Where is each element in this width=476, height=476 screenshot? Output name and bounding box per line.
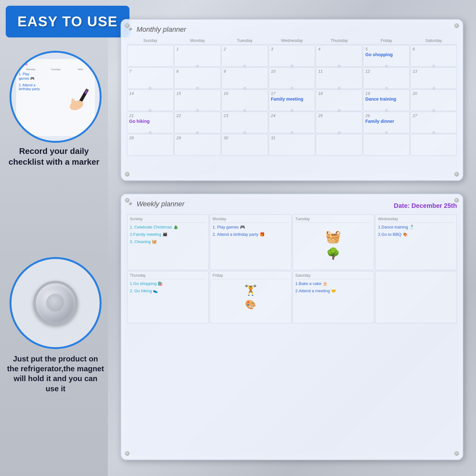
weekly-planner-board: ✦ Weekly planner Date: December 25th Sun…: [121, 194, 463, 460]
weekly-cell-saturday: Saturday 1.Bake a cake 🎂 2.Attend a meet…: [293, 271, 374, 323]
barbell-icon: 🏋️: [244, 284, 257, 296]
cal-cell-30: 30: [221, 134, 268, 155]
weekly-screw-tr: [454, 198, 459, 202]
cal-cell-empty2: [316, 134, 362, 155]
cal-cell-2: 2: [221, 45, 268, 67]
weekly-cell-extra: [375, 271, 457, 323]
weekly-top-grid: Sunday 1. Celebrate Christmas 🎄 2.Family…: [127, 215, 457, 270]
caption-marker: Record your daily checklist with a marke…: [6, 146, 102, 168]
cal-cell-22: 22: [174, 112, 221, 133]
event-family-meeting: Family meeting: [271, 96, 313, 102]
weekly-header-thursday: Thursday: [130, 273, 206, 279]
mini-cal-date: Date: [19, 62, 92, 66]
marker-circle-inset: Date Monday Tuesday Wed 1. Play games 🎮 …: [10, 51, 102, 143]
weekly-cell-tuesday: Tuesday 🧺 🌳: [293, 215, 374, 270]
weekly-header-friday: Friday: [213, 273, 289, 279]
weekly-cell-thursday: Thursday 1.Go shopping 🛍️ 2. Go hiking 👟: [127, 271, 209, 323]
tree-icon: 🌳: [326, 247, 340, 260]
cal-cell-8: 8: [174, 67, 221, 89]
cal-cell-1: 1: [174, 45, 221, 67]
screw-bottom-right: [454, 172, 459, 176]
cal-cell-21: 21 Go hiking: [127, 112, 174, 133]
cal-cell-5: 5 Go shopping: [363, 45, 410, 67]
magnet-visual: [33, 281, 78, 325]
cal-cell-28: 28: [127, 134, 174, 155]
weekly-cell-monday: Monday 1. Play games 🎮 2. Attend a birth…: [210, 215, 292, 270]
cal-cell-13: 13: [410, 67, 457, 89]
cal-cell-25: 25: [316, 112, 362, 133]
cal-cell-6: 6: [410, 45, 457, 67]
weekly-date-label: Date: December 25th: [394, 202, 457, 209]
screw-bottom-left: [125, 172, 129, 176]
cal-cell-9: 9: [221, 67, 268, 89]
cal-cell-24: 24: [269, 112, 315, 133]
cal-cell-29: 29: [174, 134, 221, 155]
cal-header-sunday: Sunday: [127, 37, 174, 44]
weekly-cell-sunday: Sunday 1. Celebrate Christmas 🎄 2.Family…: [127, 215, 209, 270]
weekly-header-wednesday: Wednesday: [378, 217, 454, 223]
cal-header-saturday: Saturday: [410, 37, 457, 44]
event-dance-training: Dance training: [365, 96, 407, 102]
cal-header-friday: Friday: [363, 37, 410, 44]
cal-cell-empty4: [410, 134, 457, 155]
magnet-inner: [46, 294, 65, 313]
weekly-screw-tl: [125, 198, 129, 202]
hand-marker-icon: [64, 85, 96, 113]
screw-top-right: [454, 23, 459, 28]
weekly-board-title: ✦ Weekly planner: [127, 200, 184, 208]
weekly-cell-wednesday: Wednesday 1.Dance training 🕺 2.Go to BBQ…: [375, 215, 457, 270]
cal-cell-14: 14: [127, 89, 174, 111]
caption-magnet: Just put the product on the refrigerator…: [6, 354, 105, 393]
monthly-board-title: ✦ Monthly planner: [127, 25, 457, 34]
svg-point-4: [85, 91, 87, 94]
weekly-task-wed-1: 1.Dance training 🕺: [378, 225, 454, 230]
cal-cell-10: 10: [269, 67, 315, 89]
event-go-hiking: Go hiking: [129, 119, 171, 124]
weekly-cell-friday: Friday 🏋️ 🎨: [210, 271, 292, 323]
cal-cell-18: 18: [316, 89, 362, 111]
screw-top-left: [125, 23, 129, 28]
mini-cal-day2: Tuesday: [43, 68, 67, 71]
cal-header-wednesday: Wednesday: [269, 37, 315, 44]
mini-cal-day1: Monday: [19, 68, 43, 71]
weekly-screw-bl: [125, 451, 129, 456]
mini-calendar: Date Monday Tuesday Wed 1. Play games 🎮 …: [16, 59, 95, 136]
weekly-task-sunday-1: 1. Celebrate Christmas 🎄: [130, 225, 206, 230]
event-family-dinner: Family dinner: [365, 119, 407, 124]
cal-cell-15: 15: [174, 89, 221, 111]
cal-cell-4: 4: [316, 45, 362, 67]
cal-cell-27: 27: [410, 112, 457, 133]
weekly-task-thu-1: 1.Go shopping 🛍️: [130, 281, 206, 287]
cal-cell-23: 23: [221, 112, 268, 133]
weekly-header-monday: Monday: [213, 217, 289, 223]
weekly-task-monday-2: 2. Attend a birthday party 🎁: [213, 232, 289, 237]
cal-header-monday: Monday: [174, 37, 221, 44]
header-banner: EASY TO USE: [6, 6, 129, 37]
cal-cell-26: 26 Family dinner: [363, 112, 410, 133]
weekly-header-saturday: Saturday: [295, 273, 372, 279]
magnet-circle-inset: [10, 257, 102, 349]
cal-cell-empty3: [363, 134, 410, 155]
cal-cell-16: 16: [221, 89, 268, 111]
cal-header-tuesday: Tuesday: [221, 37, 268, 44]
cal-cell-11: 11: [316, 67, 362, 89]
palette-icon: 🎨: [245, 299, 256, 310]
weekly-task-sat-1: 1.Bake a cake 🎂: [295, 281, 372, 287]
monthly-calendar-grid: Sunday Monday Tuesday Wednesday Thursday…: [127, 37, 457, 155]
weekly-task-sunday-2: 2.Family meeting 👨‍👩‍👧: [130, 232, 206, 237]
mini-task-1: 1. Play: [19, 72, 92, 76]
cal-header-thursday: Thursday: [316, 37, 362, 44]
cal-cell-12: 12: [363, 67, 410, 89]
weekly-task-wed-2: 2.Go to BBQ 🍖: [378, 232, 454, 237]
cal-cell-20: 20: [410, 89, 457, 111]
weekly-bottom-grid: Thursday 1.Go shopping 🛍️ 2. Go hiking 👟…: [127, 271, 457, 323]
weekly-header-tuesday: Tuesday: [295, 217, 372, 223]
cal-cell-19: 19 Dance training: [363, 89, 410, 111]
cal-cell-17: 17 Family meeting: [269, 89, 315, 111]
washing-machine-icon: 🧺: [325, 229, 341, 244]
weekly-task-thu-2: 2. Go hiking 👟: [130, 288, 206, 294]
weekly-task-monday-1: 1. Play games 🎮: [213, 225, 289, 230]
weekly-task-sat-2: 2.Attend a meeting 🤝: [295, 288, 372, 294]
weekly-header: ✦ Weekly planner Date: December 25th: [127, 200, 457, 211]
monthly-planner-board: ✦ Monthly planner Sunday Monday Tuesday …: [121, 19, 463, 181]
